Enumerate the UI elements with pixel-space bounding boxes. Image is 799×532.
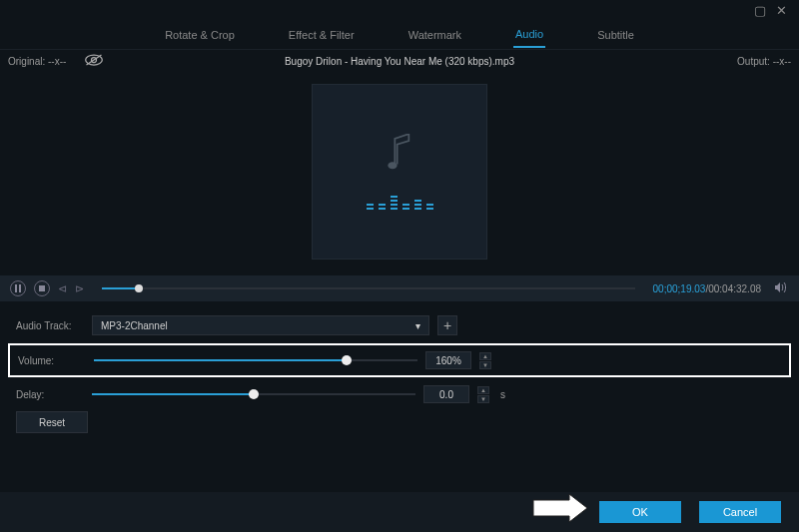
- volume-highlight: Volume: 160% ▲ ▼: [8, 343, 791, 377]
- next-button[interactable]: ⊳: [75, 282, 84, 295]
- total-time: 00:04:32.08: [708, 283, 761, 294]
- volume-up-button[interactable]: ▲: [479, 352, 491, 360]
- svg-rect-5: [19, 284, 21, 292]
- original-label: Original: --x--: [8, 56, 66, 67]
- footer: OK Cancel: [0, 492, 799, 532]
- play-button[interactable]: [10, 280, 26, 296]
- volume-label: Volume:: [18, 355, 86, 366]
- file-bar: Original: --x-- Bugoy Drilon - Having Yo…: [0, 50, 799, 72]
- audio-track-select[interactable]: MP3-2Channel ▾: [92, 315, 429, 335]
- delay-slider[interactable]: [92, 393, 415, 395]
- file-title: Bugoy Drilon - Having You Near Me (320 k…: [0, 56, 799, 67]
- arrow-annotation: [531, 494, 589, 524]
- preview-area: [0, 72, 799, 271]
- tab-effect-filter[interactable]: Effect & Filter: [287, 23, 357, 47]
- svg-rect-6: [39, 285, 45, 291]
- svg-rect-4: [15, 284, 17, 292]
- volume-value[interactable]: 160%: [425, 351, 471, 369]
- close-icon[interactable]: ✕: [776, 3, 787, 18]
- equalizer-icon: [367, 194, 433, 210]
- delay-label: Delay:: [16, 389, 84, 400]
- current-time: 00;00;19.03: [653, 283, 706, 294]
- delay-down-button[interactable]: ▼: [477, 395, 489, 403]
- prev-button[interactable]: ⊲: [58, 282, 67, 295]
- delay-unit: s: [500, 389, 505, 400]
- audio-controls: Audio Track: MP3-2Channel ▾ + Volume: 16…: [0, 301, 799, 443]
- maximize-icon[interactable]: ▢: [754, 3, 766, 18]
- tab-audio[interactable]: Audio: [513, 22, 545, 48]
- cancel-button[interactable]: Cancel: [699, 501, 781, 523]
- tabs: Rotate & Crop Effect & Filter Watermark …: [0, 20, 799, 50]
- playbar: ⊲ ⊳ 00;00;19.03/00:04:32.08: [0, 275, 799, 301]
- add-track-button[interactable]: +: [437, 315, 457, 335]
- music-note-icon: [386, 134, 413, 176]
- stop-button[interactable]: [34, 280, 50, 296]
- audio-thumbnail: [312, 84, 487, 260]
- volume-down-button[interactable]: ▼: [479, 361, 491, 369]
- tab-rotate-crop[interactable]: Rotate & Crop: [163, 23, 237, 47]
- timeline-slider[interactable]: [102, 287, 635, 289]
- output-label: Output: --x--: [737, 56, 791, 67]
- tab-watermark[interactable]: Watermark: [406, 23, 463, 47]
- delay-value[interactable]: 0.0: [423, 385, 469, 403]
- audio-track-value: MP3-2Channel: [101, 320, 168, 331]
- tab-subtitle[interactable]: Subtitle: [595, 23, 636, 47]
- reset-button[interactable]: Reset: [16, 411, 88, 433]
- time-display: 00;00;19.03/00:04:32.08: [653, 283, 761, 294]
- speaker-icon[interactable]: [775, 281, 789, 295]
- volume-slider[interactable]: [94, 359, 417, 361]
- svg-point-3: [388, 162, 397, 169]
- ok-button[interactable]: OK: [599, 501, 681, 523]
- delay-up-button[interactable]: ▲: [477, 386, 489, 394]
- preview-toggle-icon[interactable]: [84, 53, 104, 69]
- audio-track-label: Audio Track:: [16, 320, 84, 331]
- chevron-down-icon: ▾: [415, 320, 420, 331]
